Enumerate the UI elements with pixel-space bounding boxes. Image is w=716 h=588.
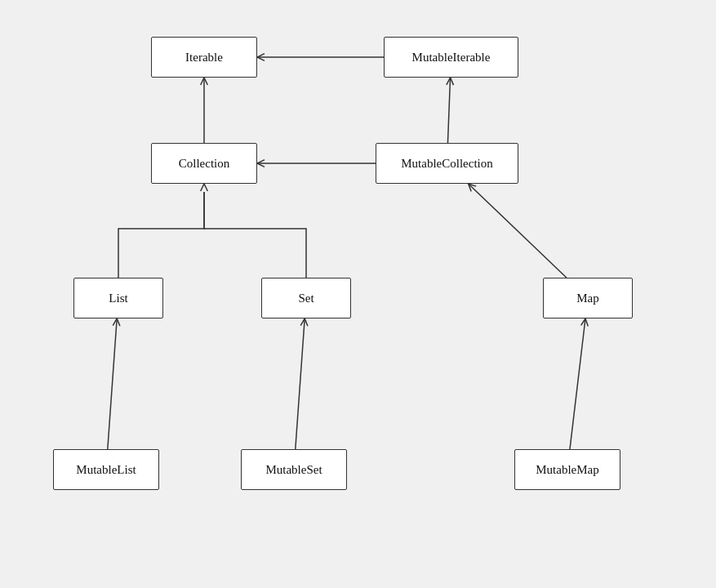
node-set: Set (261, 278, 351, 318)
node-collection: Collection (151, 143, 257, 184)
svg-line-7 (296, 318, 305, 449)
node-list: List (73, 278, 163, 318)
node-mutableCollection: MutableCollection (376, 143, 518, 184)
node-mutableSet: MutableSet (241, 449, 347, 490)
svg-line-5 (469, 184, 567, 278)
svg-line-8 (570, 318, 585, 449)
diagram: IterableMutableIterableCollectionMutable… (0, 0, 716, 588)
svg-line-4 (447, 78, 450, 143)
node-mutableMap: MutableMap (514, 449, 620, 490)
node-iterable: Iterable (151, 37, 257, 78)
node-map: Map (543, 278, 633, 318)
svg-line-6 (108, 318, 117, 449)
node-mutableIterable: MutableIterable (384, 37, 518, 78)
node-mutableList: MutableList (53, 449, 159, 490)
